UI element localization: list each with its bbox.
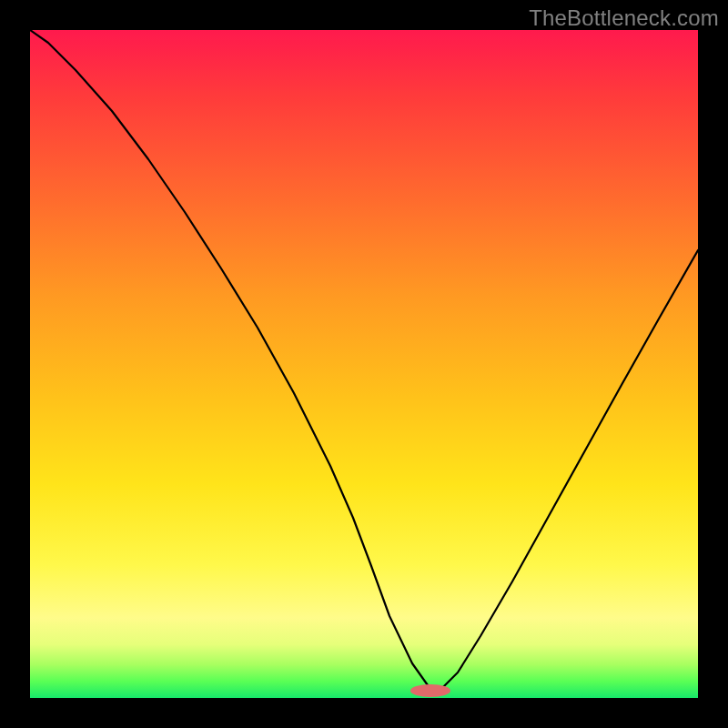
chart-frame: TheBottleneck.com	[0, 0, 728, 728]
chart-svg	[30, 30, 698, 698]
watermark-text: TheBottleneck.com	[529, 5, 719, 31]
optimal-marker	[410, 684, 450, 697]
plot-area	[30, 30, 698, 698]
bottleneck-curve	[30, 30, 698, 691]
